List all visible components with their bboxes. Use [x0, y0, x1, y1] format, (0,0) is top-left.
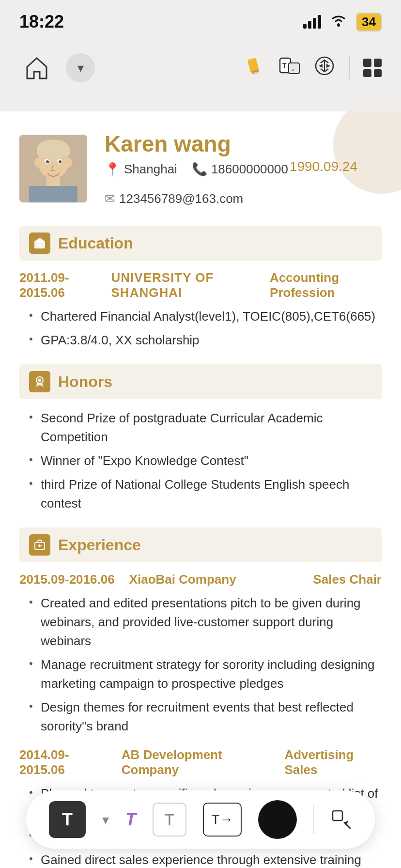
- exp-company-1: XiaoBai Company: [129, 572, 236, 587]
- edu-school: UNIVERSITY OF SHANGHAI: [111, 270, 256, 300]
- edu-row: 2011.09-2015.06 UNIVERSITY OF SHANGHAI A…: [19, 270, 382, 300]
- battery-indicator: 34: [356, 13, 382, 31]
- text-purple-button[interactable]: T: [125, 809, 136, 830]
- honors-section: Honors Second Prize of postgraduate Curr…: [19, 364, 382, 513]
- exp-date-2: 2014.09-2015.06: [19, 747, 107, 777]
- list-item: third Prize of National College Students…: [29, 475, 382, 513]
- chevron-down-icon: ▾: [77, 61, 84, 76]
- status-icons: 34: [303, 13, 382, 31]
- status-bar: 18:22 34: [0, 0, 401, 44]
- experience-icon: [29, 534, 50, 556]
- avatar: [19, 135, 87, 202]
- exp-row-1: 2015.09-2016.06 XiaoBai Company Sales Ch…: [19, 572, 382, 587]
- toolbar-right: T ₐ: [245, 55, 382, 81]
- chevron-down-icon[interactable]: ▾: [102, 812, 109, 828]
- edu-major: Accounting Profession: [270, 270, 382, 300]
- exp-role-1: Sales Chair: [313, 572, 382, 587]
- svg-point-20: [34, 158, 41, 168]
- exp-row-2: 2014.09-2015.06 AB Development Company A…: [19, 747, 382, 777]
- svg-point-0: [337, 24, 340, 27]
- wifi-icon: [330, 14, 347, 31]
- education-icon: [29, 232, 50, 254]
- exp-date-1: 2015.09-2016.06: [19, 572, 115, 587]
- honors-title: Honors: [58, 373, 112, 391]
- svg-point-21: [65, 158, 72, 168]
- svg-rect-13: [37, 148, 70, 155]
- svg-point-16: [46, 160, 49, 163]
- signal-icon: [303, 15, 321, 29]
- circle-fill-button[interactable]: [258, 800, 297, 839]
- translate-tool-icon[interactable]: T ₐ: [279, 55, 300, 81]
- list-item: Second Prize of postgraduate Curricular …: [29, 409, 382, 447]
- phone-text: 18600000000: [211, 162, 288, 177]
- experience-section-header: Experience: [19, 527, 382, 562]
- honors-bullets: Second Prize of postgraduate Curricular …: [19, 409, 382, 513]
- location-icon: 📍: [105, 162, 120, 177]
- exp-bullets-1: Created and edited presentations pitch t…: [19, 594, 382, 736]
- home-button[interactable]: [19, 50, 54, 85]
- svg-rect-19: [29, 186, 77, 202]
- top-spacer: [0, 92, 401, 111]
- edu-date: 2011.09-2015.06: [19, 270, 97, 300]
- list-item: Gained direct sales experience through e…: [29, 851, 382, 868]
- resume-card: Karen wang 📍 Shanghai 📞 18600000000 ✉ 12…: [0, 111, 401, 868]
- resume-header: Karen wang 📍 Shanghai 📞 18600000000 ✉ 12…: [19, 131, 382, 206]
- education-title: Education: [58, 234, 133, 252]
- edu-bullets: Chartered Financial Analyst(level1), TOE…: [19, 307, 382, 350]
- status-time: 18:22: [19, 12, 64, 32]
- email-icon: ✉: [105, 191, 115, 206]
- education-section: Education 2011.09-2015.06 UNIVERSITY OF …: [19, 226, 382, 350]
- list-item: Created and edited presentations pitch t…: [29, 594, 382, 651]
- list-item: Chartered Financial Analyst(level1), TOE…: [29, 307, 382, 326]
- bottom-toolbar: T ▾ T T T→: [26, 790, 375, 849]
- location-text: Shanghai: [124, 162, 177, 177]
- phone-icon: 📞: [192, 162, 207, 177]
- svg-text:ₐ: ₐ: [292, 65, 294, 72]
- app-toolbar: ▾ T ₐ: [0, 44, 401, 92]
- experience-title: Experience: [58, 536, 141, 554]
- email-text: 123456789@163.com: [119, 191, 243, 206]
- list-item: Manage recruitment strategy for sorority…: [29, 655, 382, 693]
- exp-company-2: AB Development Company: [122, 747, 270, 777]
- list-item: Design themes for recruitment events tha…: [29, 698, 382, 736]
- exp-role-2: Advertising Sales: [284, 747, 382, 777]
- list-item: Winner of "Expo Knowledge Contest": [29, 451, 382, 470]
- extract-tool-icon[interactable]: [314, 55, 335, 81]
- bottom-toolbar-divider: [313, 805, 314, 834]
- svg-rect-6: [289, 63, 299, 74]
- svg-text:T: T: [282, 62, 287, 69]
- apps-icon[interactable]: [363, 59, 382, 77]
- list-item: GPA:3.8/4.0, XX scholarship: [29, 331, 382, 350]
- honors-section-header: Honors: [19, 364, 382, 399]
- select-tool-button[interactable]: [331, 809, 352, 830]
- text-arrow-button[interactable]: T→: [203, 803, 242, 837]
- text-bold-button[interactable]: T: [49, 801, 86, 838]
- svg-rect-29: [333, 811, 342, 821]
- person-name: Karen wang: [105, 131, 382, 157]
- toolbar-left: ▾: [19, 50, 95, 85]
- svg-point-25: [38, 379, 41, 382]
- person-dob: 1990.09.24: [290, 159, 357, 174]
- svg-point-17: [59, 160, 62, 163]
- phone-item: 📞 18600000000: [192, 162, 288, 177]
- svg-rect-18: [46, 177, 60, 187]
- location-item: 📍 Shanghai: [105, 162, 177, 177]
- svg-rect-23: [38, 244, 41, 248]
- toolbar-divider: [349, 56, 350, 79]
- highlight-tool-icon[interactable]: [245, 56, 265, 80]
- dropdown-button[interactable]: ▾: [66, 53, 95, 82]
- education-section-header: Education: [19, 226, 382, 261]
- email-item: ✉ 123456789@163.com: [105, 191, 243, 206]
- honors-icon: [29, 371, 50, 392]
- text-outline-button[interactable]: T: [153, 803, 186, 837]
